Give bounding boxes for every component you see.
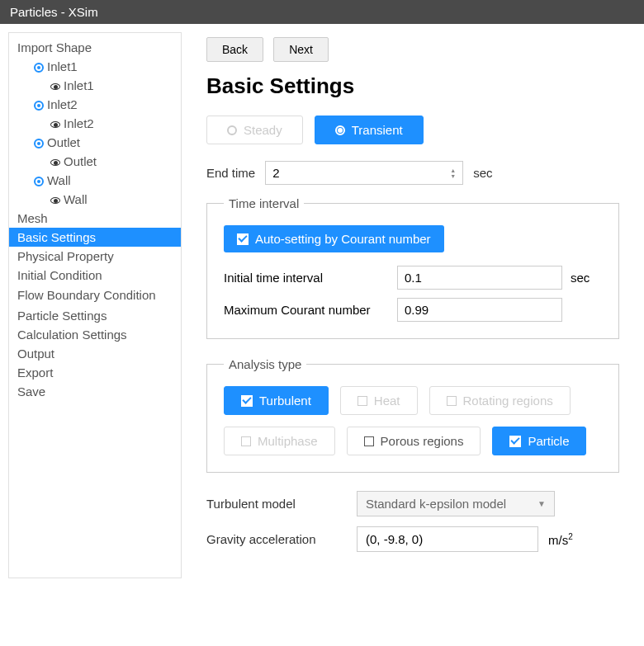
sidebar-item-inlet1-child[interactable]: Inlet1 [9, 76, 181, 95]
analysis-heat-toggle: Heat [340, 386, 418, 415]
visibility-icon[interactable] [34, 101, 44, 111]
sidebar-item-flow-boundary[interactable]: Flow Boundary Condition [9, 285, 181, 306]
mode-steady-radio: Steady [206, 116, 303, 144]
visibility-icon[interactable] [34, 139, 44, 149]
sidebar-item-calculation-settings[interactable]: Calculation Settings [9, 325, 181, 344]
window-titlebar: Particles - XSim [0, 0, 644, 24]
mode-transient-radio[interactable]: Transient [315, 116, 424, 144]
checkbox-icon [241, 436, 251, 446]
radio-icon [227, 125, 237, 135]
sidebar-item-export[interactable]: Export [9, 363, 181, 382]
end-time-input[interactable] [272, 166, 450, 180]
chevron-down-icon: ▼ [537, 499, 546, 508]
page-title: Basic Settings [206, 73, 619, 99]
visibility-icon[interactable] [50, 121, 60, 128]
back-button[interactable]: Back [206, 37, 263, 62]
visibility-icon[interactable] [50, 197, 60, 204]
checkbox-icon [364, 436, 374, 446]
analysis-porous-toggle[interactable]: Porous regions [347, 427, 481, 455]
end-time-unit: sec [473, 166, 492, 180]
analysis-multiphase-toggle: Multiphase [224, 427, 335, 455]
sidebar-item-inlet1[interactable]: Inlet1 [9, 57, 181, 76]
end-time-spinner[interactable]: ▲▼ [450, 167, 456, 179]
sidebar: Import Shape Inlet1 Inlet1 Inlet2 Inlet2… [8, 32, 182, 578]
sidebar-item-physical-property[interactable]: Physical Property [9, 247, 181, 266]
time-interval-fieldset: Time interval Auto-setting by Courant nu… [206, 196, 619, 339]
visibility-icon[interactable] [50, 83, 60, 90]
max-courant-input[interactable] [397, 298, 562, 322]
spinner-down-icon[interactable]: ▼ [450, 173, 456, 179]
checkmark-icon [509, 436, 521, 447]
radio-icon [335, 125, 345, 135]
sidebar-item-wall[interactable]: Wall [9, 171, 181, 190]
visibility-icon[interactable] [34, 177, 44, 186]
max-courant-label: Maximum Courant number [224, 303, 389, 317]
window-title: Particles - XSim [10, 5, 98, 19]
auto-courant-toggle[interactable]: Auto-setting by Courant number [224, 225, 444, 252]
analysis-turbulent-toggle[interactable]: Turbulent [224, 386, 329, 415]
sidebar-item-inlet2-child[interactable]: Inlet2 [9, 114, 181, 133]
sidebar-item-basic-settings[interactable]: Basic Settings [9, 228, 181, 247]
sidebar-item-wall-child[interactable]: Wall [9, 190, 181, 209]
analysis-rotating-toggle: Rotating regions [429, 386, 571, 415]
next-button[interactable]: Next [273, 37, 329, 62]
initial-interval-input[interactable] [397, 266, 562, 290]
sidebar-item-outlet-child[interactable]: Outlet [9, 152, 181, 171]
sidebar-item-inlet2[interactable]: Inlet2 [9, 95, 181, 114]
gravity-label: Gravity acceleration [206, 532, 347, 546]
turbulent-model-label: Turbulent model [206, 497, 347, 511]
visibility-icon[interactable] [50, 159, 60, 166]
checkbox-icon [358, 396, 367, 406]
checkmark-icon [241, 395, 253, 407]
sidebar-item-particle-settings[interactable]: Particle Settings [9, 306, 181, 325]
sidebar-item-initial-condition[interactable]: Initial Condition [9, 266, 181, 285]
end-time-input-wrapper: ▲▼ [265, 161, 463, 185]
checkbox-icon [447, 396, 457, 406]
turbulent-model-select[interactable]: Standard k-epsilon model ▼ [357, 491, 555, 516]
sidebar-item-import-shape[interactable]: Import Shape [9, 38, 181, 57]
sidebar-item-save[interactable]: Save [9, 382, 181, 401]
analysis-particle-toggle[interactable]: Particle [492, 427, 586, 455]
main-panel: Back Next Basic Settings Steady Transien… [190, 32, 636, 578]
sidebar-item-outlet[interactable]: Outlet [9, 133, 181, 152]
sidebar-item-mesh[interactable]: Mesh [9, 209, 181, 228]
visibility-icon[interactable] [34, 63, 44, 73]
initial-interval-unit: sec [571, 271, 590, 285]
analysis-type-legend: Analysis type [224, 357, 306, 371]
sidebar-item-output[interactable]: Output [9, 344, 181, 363]
initial-interval-label: Initial time interval [224, 271, 389, 285]
gravity-input[interactable] [357, 526, 538, 552]
time-interval-legend: Time interval [224, 196, 304, 210]
spinner-up-icon[interactable]: ▲ [450, 167, 456, 173]
gravity-unit: m/s2 [548, 532, 573, 547]
end-time-label: End time [206, 166, 255, 180]
analysis-type-fieldset: Analysis type Turbulent Heat Rotating re… [206, 357, 619, 473]
checkmark-icon [237, 233, 249, 245]
